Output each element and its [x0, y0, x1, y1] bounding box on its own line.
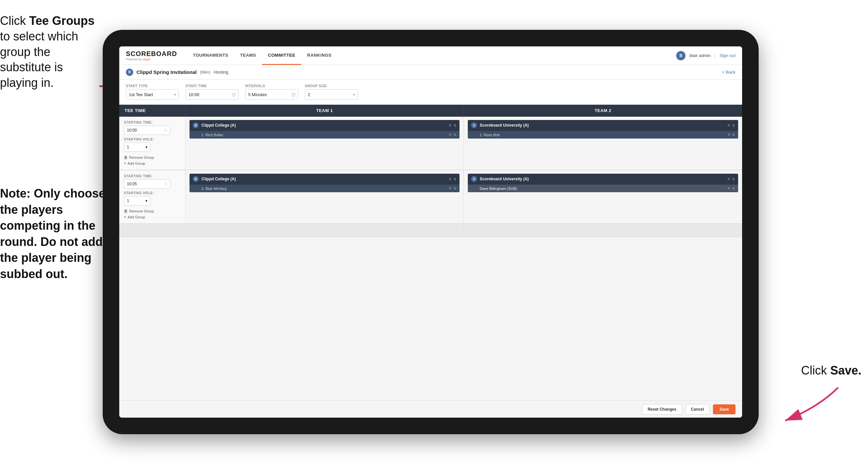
nav-teams[interactable]: TEAMS — [234, 47, 262, 65]
cancel-button[interactable]: Cancel — [685, 404, 710, 415]
team2-icon-group2: S — [471, 176, 477, 182]
player-arrows-icon-g2-t2-p1[interactable]: ⇅ — [732, 186, 735, 190]
team2-entry-group1[interactable]: S Scoreboard University (A) ✕ ⇅ 1. Rees … — [468, 120, 738, 139]
time-clock-icon-2: ⏱ — [164, 182, 167, 186]
nav-committee[interactable]: COMMITTEE — [262, 47, 302, 65]
team1-header-group1: B Clippd College (A) ✕ ⇅ — [189, 120, 460, 130]
add-group-label-2: Add Group — [128, 215, 145, 219]
intervals-clock-icon: 🕐 — [291, 93, 295, 96]
team2-header-group1: S Scoreboard University (A) ✕ ⇅ — [468, 120, 738, 130]
nav-items: TOURNAMENTS TEAMS COMMITTEE RANKINGS — [187, 47, 676, 65]
table-header: Tee Time Team 1 Team 2 — [119, 105, 742, 117]
team1-remove-icon[interactable]: ✕ — [448, 123, 452, 127]
player-arrows-icon-g1-t1-p1[interactable]: ⇅ — [454, 133, 456, 137]
starting-time-value-1: 10:00 — [127, 128, 137, 133]
team1-controls-group1: ✕ ⇅ — [448, 123, 456, 127]
add-group-btn-2[interactable]: + Add Group — [124, 215, 181, 220]
sub-header-back[interactable]: Back — [722, 69, 736, 75]
add-group-btn-1[interactable]: + Add Group — [124, 161, 181, 166]
player-remove-icon-g1-t2-p1[interactable]: ✕ — [727, 133, 730, 137]
starting-hole-input-1[interactable]: 1 ▾ — [124, 143, 150, 152]
tee-actions-1: 🗑 Remove Group + Add Group — [124, 155, 181, 166]
starting-time-input-2[interactable]: 10:05 ⏱ — [124, 179, 170, 188]
team2-remove-icon[interactable]: ✕ — [727, 123, 730, 127]
team2-arrows-icon-g2[interactable]: ⇅ — [732, 177, 735, 181]
config-intervals-field: Intervals 5 Minutes 🕐 — [245, 84, 298, 100]
player-name-g1-t1-p1: 1. Rich Butler — [202, 133, 446, 137]
hole-arrow-icon-1: ▾ — [146, 145, 148, 149]
player-entry-g1-t2-p1: 1. Rees Britt ✕ ⇅ — [468, 130, 738, 139]
nav-sep: | — [715, 53, 716, 58]
tablet-screen: SCOREBOARD Powered by clippd TOURNAMENTS… — [119, 47, 742, 418]
starting-time-input-1[interactable]: 10:00 ⏱ — [124, 126, 170, 135]
config-group-size-select[interactable]: 2 ▾ — [305, 89, 358, 100]
tee-group-row: STARTING TIME: 10:00 ⏱ STARTING HOLE: 1 … — [119, 117, 742, 170]
team1-icon-group2: B — [193, 176, 199, 182]
player-remove-icon-g1-t1-p1[interactable]: ✕ — [448, 133, 452, 137]
sub-header-icon: B — [126, 68, 133, 76]
remove-group-label-2: Remove Group — [129, 209, 154, 213]
config-start-type-select[interactable]: 1st Tee Start ▾ — [126, 89, 179, 100]
nav-rankings[interactable]: RANKINGS — [301, 47, 337, 65]
team1-name-group1: Clippd College (A) — [202, 123, 446, 127]
logo-area: SCOREBOARD Powered by clippd — [126, 50, 177, 61]
config-intervals-select[interactable]: 5 Minutes 🕐 — [245, 89, 298, 100]
nav-signout[interactable]: Sign out — [720, 53, 736, 58]
starting-time-label-1: STARTING TIME: — [124, 121, 181, 124]
config-start-time-select[interactable]: 10:00 🕐 — [186, 89, 239, 100]
player-controls-g1-t1-p1: ✕ ⇅ — [448, 133, 456, 137]
config-start-type-value: 1st Tee Start — [129, 92, 153, 97]
partial-cell-3 — [464, 224, 742, 237]
partial-row — [119, 224, 742, 237]
player-remove-icon-g2-t2-p1[interactable]: ✕ — [727, 186, 730, 191]
instruction-note: Note: Only choose the players competing … — [0, 185, 106, 282]
save-button[interactable]: Save — [713, 404, 736, 414]
partial-cell-2 — [186, 224, 464, 237]
hole-arrow-icon-2: ▾ — [146, 199, 148, 203]
start-type-arrow-icon: ▾ — [174, 93, 176, 96]
player-remove-icon-g2-t1-p1[interactable]: ✕ — [448, 186, 452, 191]
player-entry-g1-t1-p1: 1. Rich Butler ✕ ⇅ — [189, 130, 460, 139]
remove-group-label-1: Remove Group — [129, 155, 154, 159]
player-arrows-icon-g1-t2-p1[interactable]: ⇅ — [732, 133, 735, 137]
starting-time-value-2: 10:05 — [127, 182, 137, 186]
config-start-type-label: Start Type — [126, 84, 179, 88]
logo-scoreboard: SCOREBOARD — [126, 50, 177, 58]
add-group-label-1: Add Group — [128, 162, 145, 166]
sub-header-title: Clippd Spring Invitational — [136, 69, 197, 75]
tee-group-row-2: STARTING TIME: 10:05 ⏱ STARTING HOLE: 1 … — [119, 170, 742, 224]
starting-hole-value-2: 1 — [127, 199, 129, 203]
team1-cell-group2: B Clippd College (A) ✕ ⇅ 2. Blair McHarg — [186, 170, 464, 224]
starting-hole-input-2[interactable]: 1 ▾ — [124, 196, 150, 205]
team2-arrows-icon[interactable]: ⇅ — [732, 124, 735, 127]
starting-hole-label-1: STARTING HOLE: — [124, 138, 181, 141]
config-start-time-value: 10:00 — [188, 92, 199, 97]
reset-changes-button[interactable]: Reset Changes — [642, 404, 682, 415]
add-icon-1: + — [124, 161, 126, 166]
team2-icon-group1: S — [471, 122, 477, 128]
team1-entry-group1[interactable]: B Clippd College (A) ✕ ⇅ 1. Rich Butler — [189, 120, 460, 139]
remove-group-btn-2[interactable]: 🗑 Remove Group — [124, 209, 181, 213]
config-start-time-label: Start Time — [186, 84, 239, 88]
config-start-time-field: Start Time 10:00 🕐 — [186, 84, 239, 100]
team2-entry-group2[interactable]: S Scoreboard University (A) ✕ ⇅ Dave Bil… — [468, 174, 738, 192]
remove-group-btn-1[interactable]: 🗑 Remove Group — [124, 155, 181, 160]
team1-arrows-icon-g2[interactable]: ⇅ — [454, 177, 456, 181]
team1-arrows-icon[interactable]: ⇅ — [454, 124, 456, 127]
team1-header-group2: B Clippd College (A) ✕ ⇅ — [189, 174, 460, 184]
team2-controls-group1: ✕ ⇅ — [727, 123, 735, 127]
nav-tournaments[interactable]: TOURNAMENTS — [187, 47, 234, 65]
team2-remove-icon-g2[interactable]: ✕ — [727, 177, 730, 181]
time-clock-icon-1: ⏱ — [164, 128, 167, 132]
config-group-size-label: Group Size — [305, 84, 358, 88]
team1-entry-group2[interactable]: B Clippd College (A) ✕ ⇅ 2. Blair McHarg — [189, 174, 460, 192]
player-arrows-icon-g2-t1-p1[interactable]: ⇅ — [454, 186, 456, 190]
sub-header: B Clippd Spring Invitational (Men) Hosti… — [119, 65, 742, 80]
sub-header-badge: (Men) — [200, 70, 210, 75]
tee-actions-2: 🗑 Remove Group + Add Group — [124, 209, 181, 220]
team1-icon-group1: B — [193, 122, 199, 128]
config-intervals-value: 5 Minutes — [248, 92, 267, 97]
team1-remove-icon-g2[interactable]: ✕ — [448, 177, 452, 181]
nav-avatar: B — [676, 51, 685, 60]
config-row: Start Type 1st Tee Start ▾ Start Time 10… — [119, 80, 742, 105]
